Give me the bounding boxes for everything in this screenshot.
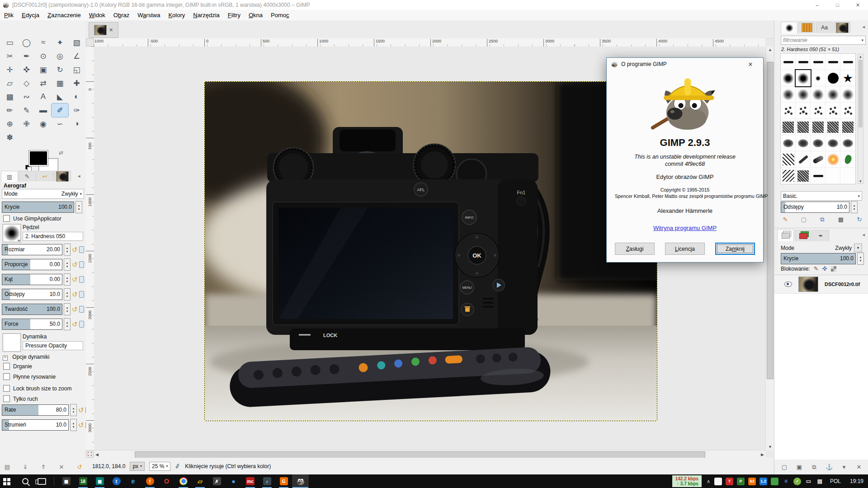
slider-krycie[interactable]: Krycie100.0 (781, 253, 856, 264)
slider-proporcje[interactable]: Proporcje0.00 (2, 259, 62, 270)
app-green-box[interactable]: ▣ (91, 474, 108, 488)
slider-strumień[interactable]: Strumień10.0 (2, 419, 69, 431)
tool-seamless-clone[interactable]: ▩ (1, 90, 18, 103)
brush-cell[interactable] (811, 119, 826, 135)
menu-filtry[interactable]: Filtry (224, 10, 245, 20)
spin-buttons[interactable]: ▴▾ (64, 244, 71, 256)
tool-paths[interactable]: ✒ (18, 49, 35, 63)
tool-ink[interactable]: ✑ (68, 103, 85, 117)
tablet-link-icon[interactable] (79, 306, 84, 313)
firefox-browser[interactable]: f (142, 474, 158, 488)
reset-icon[interactable]: ↺ (72, 261, 78, 268)
tool-cage-transform[interactable]: ▦ (52, 76, 68, 90)
tool-select-by-color[interactable]: ▧ (68, 36, 85, 49)
t-red-tray-icon[interactable]: T (726, 478, 733, 485)
quick-mask-toggle[interactable] (86, 450, 94, 458)
collapse-layers-dock-icon[interactable]: ◂ (862, 232, 865, 238)
tool-ellipse-select[interactable]: ◯ (18, 36, 35, 49)
language-indicator[interactable]: POL (826, 478, 845, 484)
tool-color-picker[interactable]: ⊙ (35, 49, 52, 63)
brush-cell[interactable] (840, 103, 855, 119)
task-view-button[interactable] (33, 474, 50, 488)
menu-obraz[interactable]: Obraz (109, 10, 133, 20)
tool-heal[interactable]: ✙ (18, 117, 35, 131)
dynamics-options-expander[interactable]: + Opcje dynamiki (3, 354, 49, 361)
spin-buttons[interactable]: ▴▾ (70, 404, 77, 416)
spin-buttons[interactable]: ▴▾ (64, 258, 71, 271)
vertical-scrollbar[interactable]: ▲▼ (765, 47, 774, 450)
license-button[interactable]: Licencja (665, 243, 705, 255)
default-colors-icon[interactable] (25, 165, 32, 171)
reset-icon[interactable]: ↺ (72, 321, 78, 328)
slider-rate[interactable]: Rate80.0 (2, 404, 69, 416)
image-layer-boundary[interactable]: AFL Fn1 INFO OK MENU (204, 81, 657, 421)
calculator-app[interactable]: ▦ (58, 474, 75, 488)
slider-odstępy[interactable]: Odstępy10.0 (781, 202, 849, 213)
layer-row[interactable]: DSCF0012r0.tif (774, 275, 868, 294)
vertical-ruler[interactable]: 050010001500200025003000 (86, 47, 94, 450)
duplicate-brush-button[interactable]: ⧉ (817, 215, 828, 224)
tool-handle-transform[interactable]: ✚ (68, 76, 85, 90)
brush-cell[interactable] (826, 168, 840, 184)
checkbox-tylko-ruch[interactable] (3, 395, 10, 402)
tool-measure[interactable]: ∠ (68, 49, 85, 63)
brush-cell[interactable] (796, 54, 811, 70)
slider-krycie[interactable]: Krycie100.0 (2, 202, 74, 213)
brush-cell[interactable] (840, 168, 855, 184)
minimize-button[interactable]: – (807, 0, 827, 10)
gimp-website-link[interactable]: Witryna programu GIMP (653, 225, 717, 231)
reset-icon[interactable]: ↺ (72, 246, 78, 253)
brush-cell[interactable] (811, 103, 826, 119)
brush-cell[interactable] (781, 168, 796, 184)
counter-12-tray-icon[interactable]: 1.2 (760, 478, 767, 485)
spin-buttons[interactable]: ▴▾ (64, 303, 71, 315)
checkbox-lock-brush-size-to-zoom[interactable] (3, 385, 10, 392)
spin-buttons[interactable]: ▴▾ (64, 273, 71, 286)
slider-kąt[interactable]: Kąt0.00 (2, 274, 62, 285)
tool-mypaint-brush[interactable]: ✽ (1, 131, 18, 144)
brush-cell[interactable] (781, 119, 796, 135)
tool-perspective[interactable]: ◇ (18, 76, 35, 90)
brush-cell[interactable] (840, 135, 855, 151)
close-button[interactable]: ✕ (848, 0, 868, 10)
foreground-color-swatch[interactable] (29, 150, 48, 166)
reset-options-button[interactable]: ↺ (74, 462, 85, 472)
app-18[interactable]: 18 (75, 474, 91, 488)
tab-image[interactable] (54, 171, 71, 181)
brush-cell[interactable] (781, 86, 796, 103)
brush-tag-select[interactable]: Basic.▾ (781, 191, 862, 201)
close-button[interactable]: Zamknij (715, 243, 755, 255)
slider-odstępy[interactable]: Odstępy10.0 (2, 289, 62, 300)
tool-zoom[interactable]: ◎ (52, 49, 68, 63)
brush-cell[interactable] (811, 168, 826, 184)
brush-thumbnail[interactable] (3, 224, 21, 242)
p-green-tray-icon[interactable]: P (737, 478, 745, 485)
g-orange-app[interactable]: G (275, 474, 292, 488)
tab-brushes[interactable] (781, 22, 797, 34)
tool-bucket-fill[interactable]: ◣ (52, 90, 68, 103)
green-square-tray-icon[interactable] (771, 478, 778, 485)
brush-cell[interactable] (826, 119, 840, 135)
tool-fuzzy-select[interactable]: ✦ (52, 36, 68, 49)
reset-icon[interactable]: ↺ (72, 291, 78, 298)
tool-scissors-select[interactable]: ✂ (1, 49, 18, 63)
brush-grid-scrollbar[interactable]: ▴▾ (858, 54, 863, 184)
clock[interactable]: 19:19 (845, 478, 868, 484)
merge-down-button[interactable]: ▾ (839, 462, 849, 472)
tool-blur-sharpen[interactable]: ◉ (35, 117, 52, 131)
mc-app[interactable]: mc (242, 474, 259, 488)
slider-rozmiar[interactable]: Rozmiar20.00 (2, 244, 62, 255)
zoom-select[interactable]: 25 %▾ (149, 462, 170, 471)
brush-cell[interactable] (781, 151, 796, 168)
tray-expand-icon[interactable]: ∧ (707, 479, 710, 484)
brush-cell[interactable] (781, 70, 796, 86)
brush-cell[interactable] (781, 54, 796, 70)
tab-layers[interactable] (777, 229, 794, 241)
brush-cell[interactable] (811, 151, 826, 168)
brush-cell[interactable] (840, 54, 855, 70)
checkbox-drganie[interactable] (3, 363, 10, 370)
reset-icon[interactable]: ↺ (78, 422, 84, 428)
file-explorer[interactable]: ▱ (192, 474, 208, 488)
settings-button[interactable]: ▤ (2, 462, 13, 472)
tab-tool-options[interactable]: ▥ (1, 171, 18, 182)
